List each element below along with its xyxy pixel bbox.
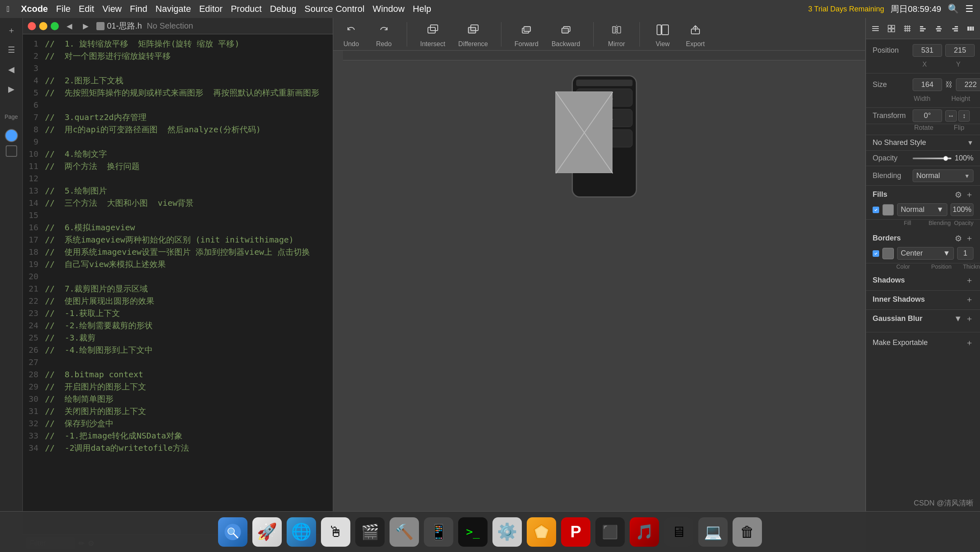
inner-shadows-add-button[interactable]: ＋ bbox=[965, 294, 973, 305]
toolbar-redo[interactable]: Redo bbox=[374, 21, 394, 48]
blending-dropdown[interactable]: Normal ▼ bbox=[913, 169, 973, 182]
dock-tools[interactable]: 🔨 bbox=[390, 517, 419, 547]
dock-mouse[interactable]: 🖱 bbox=[321, 517, 350, 547]
nav-back-button[interactable]: ◀ bbox=[64, 20, 75, 32]
svg-rect-5 bbox=[524, 27, 530, 31]
sidebar-page-icon: Page bbox=[2, 108, 20, 126]
toolbar-forward[interactable]: Forward bbox=[514, 21, 539, 48]
panel-icon-1[interactable] bbox=[869, 22, 882, 35]
dock-monitor-2[interactable]: 💻 bbox=[698, 517, 728, 547]
svg-rect-30 bbox=[920, 26, 923, 27]
code-line: 32// 保存到沙盒中 bbox=[23, 417, 333, 430]
transform-label: Transform bbox=[873, 111, 909, 120]
sidebar-square-icon[interactable] bbox=[6, 145, 17, 157]
menu-source-control[interactable]: Source Control bbox=[305, 4, 365, 14]
toolbar-backward[interactable]: Backward bbox=[552, 21, 580, 48]
border-color-swatch[interactable] bbox=[882, 248, 894, 259]
dock-terminal[interactable]: >_ bbox=[458, 517, 488, 547]
panel-icon-2[interactable] bbox=[885, 22, 898, 35]
dock-safari[interactable]: 🌐 bbox=[287, 517, 316, 547]
nav-forward-button[interactable]: ▶ bbox=[80, 20, 91, 32]
line-number: 25 bbox=[24, 332, 45, 344]
position-x-input[interactable] bbox=[913, 44, 942, 57]
panel-icon-3[interactable] bbox=[901, 22, 913, 35]
menu-product[interactable]: Product bbox=[231, 4, 262, 14]
flip-horizontal-button[interactable]: ↔ bbox=[945, 110, 957, 122]
dock-monitor-1[interactable]: 🖥 bbox=[664, 517, 693, 547]
apple-menu-icon[interactable]:  bbox=[7, 4, 9, 14]
dock-phone[interactable]: 📱 bbox=[424, 517, 453, 547]
fill-color-swatch[interactable] bbox=[882, 204, 894, 216]
dock-settings[interactable]: ⚙️ bbox=[492, 517, 522, 547]
toolbar-intersect[interactable]: Intersect bbox=[420, 21, 445, 48]
svg-rect-32 bbox=[920, 30, 924, 31]
size-width-input[interactable] bbox=[913, 78, 942, 91]
position-y-input[interactable] bbox=[945, 44, 975, 57]
toolbar-mirror[interactable]: Mirror bbox=[607, 21, 626, 48]
border-thickness-input[interactable] bbox=[957, 247, 973, 260]
fills-settings-button[interactable]: ⚙ bbox=[955, 189, 962, 200]
menu-help[interactable]: Help bbox=[413, 4, 431, 14]
sidebar-add-button[interactable]: ＋ bbox=[2, 21, 20, 39]
menu-window[interactable]: Window bbox=[373, 4, 405, 14]
dock-sketch[interactable] bbox=[527, 517, 556, 547]
code-area[interactable]: 1// 1. 旋转缩放平移 矩阵操作(旋转 缩放 平移)2// 对一个图形进行缩… bbox=[23, 34, 333, 534]
panel-icon-align-right[interactable] bbox=[949, 22, 961, 35]
shared-style-dropdown[interactable]: ▼ bbox=[967, 139, 973, 147]
dock-trash[interactable]: 🗑 bbox=[733, 517, 762, 547]
shadows-header: Shadows ＋ bbox=[866, 272, 980, 287]
sketch-canvas[interactable]: abbarC... initWith... 自定义... bbox=[333, 51, 865, 552]
sidebar-nav-back[interactable]: ◀ bbox=[2, 60, 20, 78]
flip-vertical-button[interactable]: ↕ bbox=[958, 110, 970, 122]
menu-editor[interactable]: Editor bbox=[199, 4, 223, 14]
menu-edit[interactable]: Edit bbox=[79, 4, 94, 14]
blending-label: Blending bbox=[873, 171, 909, 180]
dock-launchpad[interactable]: 🚀 bbox=[252, 517, 282, 547]
border-color-label: Color bbox=[896, 263, 910, 270]
toolbar-export[interactable]: Export bbox=[686, 21, 705, 48]
size-link-icon[interactable]: ⛓ bbox=[945, 80, 953, 89]
make-exportable-button[interactable]: ＋ bbox=[965, 337, 973, 348]
fill-opacity-value[interactable]: 100% bbox=[951, 203, 973, 216]
close-button[interactable] bbox=[28, 22, 36, 30]
menu-debug[interactable]: Debug bbox=[270, 4, 296, 14]
opacity-slider[interactable] bbox=[913, 158, 951, 159]
menu-view[interactable]: View bbox=[102, 4, 122, 14]
shadows-add-button[interactable]: ＋ bbox=[965, 275, 973, 286]
gaussian-blur-add-button[interactable]: ＋ bbox=[965, 313, 973, 324]
menu-extra-icon: ☰ bbox=[965, 4, 973, 14]
sidebar-list-icon[interactable]: ☰ bbox=[2, 41, 20, 59]
rotate-input[interactable] bbox=[913, 109, 942, 122]
fills-add-button[interactable]: ＋ bbox=[965, 189, 973, 200]
search-icon[interactable]: 🔍 bbox=[948, 4, 959, 14]
make-exportable-section: Make Exportable ＋ bbox=[866, 332, 980, 353]
dock-music[interactable]: 🎵 bbox=[630, 517, 659, 547]
dock-app-black[interactable]: ⬛ bbox=[595, 517, 625, 547]
maximize-button[interactable] bbox=[51, 22, 59, 30]
menu-xcode[interactable]: Xcode bbox=[21, 4, 48, 14]
dock-app-p[interactable]: P bbox=[561, 517, 590, 547]
panel-icon-distribute[interactable] bbox=[964, 22, 977, 35]
sidebar-circle-icon[interactable] bbox=[5, 129, 18, 142]
menu-find[interactable]: Find bbox=[130, 4, 147, 14]
dock-finder[interactable] bbox=[218, 517, 247, 547]
menu-file[interactable]: File bbox=[56, 4, 70, 14]
transform-section: Transform ↔ ↕ bbox=[866, 108, 980, 124]
menu-navigate[interactable]: Navigate bbox=[156, 4, 191, 14]
minimize-button[interactable] bbox=[39, 22, 47, 30]
gaussian-blur-dropdown[interactable]: ▼ bbox=[954, 313, 962, 324]
toolbar-undo[interactable]: Undo bbox=[341, 21, 361, 48]
borders-settings-button[interactable]: ⚙ bbox=[955, 233, 962, 244]
border-position-dropdown[interactable]: Center ▼ bbox=[897, 247, 954, 260]
size-height-input[interactable] bbox=[956, 78, 980, 91]
panel-icon-align-center[interactable] bbox=[933, 22, 945, 35]
toolbar-view[interactable]: View bbox=[653, 21, 673, 48]
borders-add-button[interactable]: ＋ bbox=[965, 233, 973, 244]
toolbar-difference[interactable]: Difference bbox=[458, 21, 488, 48]
border-checkbox[interactable] bbox=[873, 250, 879, 257]
dock-videos[interactable]: 🎬 bbox=[355, 517, 385, 547]
sidebar-nav-forward[interactable]: ▶ bbox=[2, 80, 20, 98]
panel-icon-align-left[interactable] bbox=[917, 22, 929, 35]
fill-blend-dropdown[interactable]: Normal ▼ bbox=[897, 203, 947, 216]
fill-checkbox[interactable] bbox=[873, 207, 879, 213]
